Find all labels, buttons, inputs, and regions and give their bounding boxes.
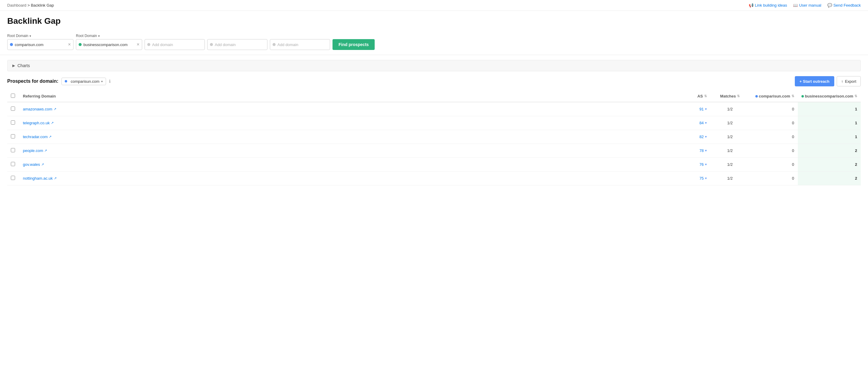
chevron-down-icon-2: ▾ — [98, 34, 100, 38]
as-value-3: 78 — [699, 148, 704, 153]
th-businesscomp[interactable]: businesscomparison.com ⇅ — [798, 91, 861, 102]
as-value-4: 76 — [699, 162, 704, 167]
table-row: gov.wales ↗ 76 ▾ 1/2 0 2 — [7, 158, 861, 172]
row-matches-2: 1/2 — [711, 130, 750, 144]
charts-toggle[interactable]: ▶ Charts — [7, 60, 861, 71]
domain-input-wrapper-4[interactable]: Add domain — [207, 39, 268, 50]
export-button[interactable]: ↑ Export — [837, 76, 861, 86]
find-prospects-button[interactable]: Find prospects — [333, 39, 375, 50]
charts-label: Charts — [18, 63, 30, 68]
export-label: Export — [845, 79, 856, 84]
row-businesscomp-1: 1 — [798, 116, 861, 130]
domain-clear-button-1[interactable]: × — [68, 42, 71, 47]
external-link-icon-4: ↗ — [41, 163, 44, 166]
row-businesscomp-2: 1 — [798, 130, 861, 144]
domain-link-3[interactable]: people.com ↗ — [23, 148, 677, 153]
domain-input-group-3: Add domain — [145, 39, 205, 50]
row-checkbox-4[interactable] — [11, 162, 15, 166]
domain-input-text-1: comparisun.com — [15, 42, 67, 47]
row-checkbox-cell-0 — [7, 102, 19, 116]
domain-text-4: gov.wales — [23, 162, 40, 167]
domain-input-group-2: Root Domain ▾ businesscomparison.com × — [76, 34, 142, 50]
row-checkbox-cell-3 — [7, 144, 19, 158]
domain-dot-gray-5 — [273, 43, 276, 46]
domain-clear-button-2[interactable]: × — [137, 42, 140, 47]
as-value-5: 75 — [699, 176, 704, 181]
domain-dot-gray-4 — [210, 43, 213, 46]
row-comparisun-4: 0 — [750, 158, 798, 172]
row-matches-1: 1/2 — [711, 116, 750, 130]
prospects-header: Prospects for domain: comparisun.com ▾ ℹ… — [7, 76, 861, 86]
th-comparisun[interactable]: comparisun.com ⇅ — [750, 91, 798, 102]
as-value-2: 82 — [699, 135, 704, 139]
row-matches-4: 1/2 — [711, 158, 750, 172]
add-domain-placeholder-4: Add domain — [215, 42, 236, 47]
domain-text-5: nottingham.ac.uk — [23, 176, 53, 181]
domain-link-1[interactable]: telegraph.co.uk ↗ — [23, 121, 677, 125]
add-domain-placeholder-3: Add domain — [152, 42, 173, 47]
domain-input-wrapper-5[interactable]: Add domain — [270, 39, 330, 50]
row-checkbox-2[interactable] — [11, 134, 15, 138]
row-domain-1: telegraph.co.uk ↗ — [19, 116, 680, 130]
chevron-down-icon-as-2: ▾ — [705, 135, 707, 139]
row-checkbox-1[interactable] — [11, 120, 15, 125]
th-as[interactable]: AS ⇅ — [680, 91, 711, 102]
domain-link-4[interactable]: gov.wales ↗ — [23, 162, 677, 167]
domain-input-wrapper-3[interactable]: Add domain — [145, 39, 205, 50]
filter-icon-businesscomp: ⇅ — [855, 94, 857, 98]
table-row: amazonaws.com ↗ 91 ▾ 1/2 0 1 — [7, 102, 861, 116]
add-domain-placeholder-5: Add domain — [277, 42, 298, 47]
chat-icon: 💬 — [827, 3, 832, 7]
filter-icon-matches: ⇅ — [737, 94, 740, 98]
domain-selector-dropdown[interactable]: comparisun.com ▾ — [61, 78, 106, 85]
row-businesscomp-0: 1 — [798, 102, 861, 116]
domain-input-group-4: Add domain — [207, 39, 268, 50]
filter-icon-comparisun: ⇅ — [792, 94, 794, 98]
row-as-3: 78 ▾ — [680, 144, 711, 158]
row-businesscomp-4: 2 — [798, 158, 861, 172]
breadcrumb-separator: > — [27, 3, 30, 7]
th-checkbox — [7, 91, 19, 102]
data-table: Referring Domain AS ⇅ Matches ⇅ — [7, 91, 861, 185]
row-checkbox-0[interactable] — [11, 107, 15, 111]
row-as-4: 76 ▾ — [680, 158, 711, 172]
breadcrumb-parent[interactable]: Dashboard — [7, 3, 27, 7]
breadcrumb-current: Backlink Gap — [31, 3, 54, 7]
table-row: people.com ↗ 78 ▾ 1/2 0 2 — [7, 144, 861, 158]
domain-dot-green-2 — [79, 43, 82, 46]
domain-input-wrapper-2: businesscomparison.com × — [76, 39, 142, 50]
row-matches-0: 1/2 — [711, 102, 750, 116]
row-checkbox-5[interactable] — [11, 176, 15, 180]
th-matches[interactable]: Matches ⇅ — [711, 91, 750, 102]
row-as-5: 75 ▾ — [680, 172, 711, 185]
domain-selector-text: comparisun.com — [71, 79, 99, 84]
domain-link-0[interactable]: amazonaws.com ↗ — [23, 107, 677, 111]
row-matches-5: 1/2 — [711, 172, 750, 185]
page-title: Backlink Gap — [7, 16, 861, 26]
chevron-down-icon-selector: ▾ — [101, 80, 103, 83]
domain-input-text-2: businesscomparison.com — [84, 42, 135, 47]
external-link-icon-3: ↗ — [44, 149, 47, 152]
row-comparisun-0: 0 — [750, 102, 798, 116]
row-comparisun-5: 0 — [750, 172, 798, 185]
domain-text-0: amazonaws.com — [23, 107, 53, 111]
select-all-checkbox[interactable] — [11, 94, 15, 98]
domain-input-group-1: Root Domain ▾ comparisun.com × — [7, 34, 73, 50]
external-link-icon-1: ↗ — [51, 121, 54, 125]
row-matches-3: 1/2 — [711, 144, 750, 158]
row-checkbox-3[interactable] — [11, 148, 15, 152]
domain-label-1[interactable]: Root Domain ▾ — [7, 34, 73, 38]
domain-label-2[interactable]: Root Domain ▾ — [76, 34, 142, 38]
row-businesscomp-5: 2 — [798, 172, 861, 185]
row-as-2: 82 ▾ — [680, 130, 711, 144]
domain-link-5[interactable]: nottingham.ac.uk ↗ — [23, 176, 677, 181]
row-comparisun-2: 0 — [750, 130, 798, 144]
start-outreach-button[interactable]: + Start outreach — [795, 76, 834, 86]
domain-link-2[interactable]: techradar.com ↗ — [23, 135, 677, 139]
row-as-1: 84 ▾ — [680, 116, 711, 130]
send-feedback-link[interactable]: 💬 Send Feedback — [827, 3, 861, 7]
user-manual-link[interactable]: 📖 User manual — [793, 3, 821, 7]
domain-row: Root Domain ▾ comparisun.com × Root Doma… — [7, 34, 861, 50]
link-building-ideas-link[interactable]: 📢 Link building ideas — [749, 3, 787, 7]
book-icon: 📖 — [793, 3, 798, 7]
